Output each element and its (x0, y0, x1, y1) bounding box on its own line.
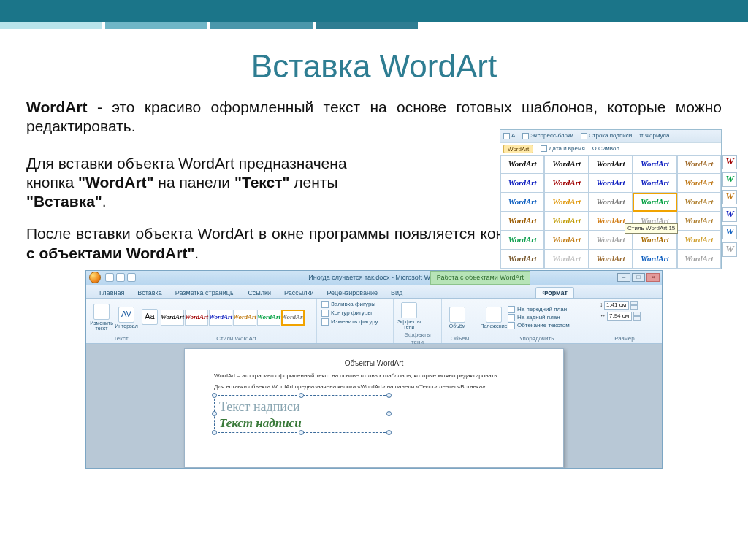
shadow-effects-button[interactable]: Эффекты тени (398, 301, 420, 331)
wordart-style-thumb[interactable]: WordArt (161, 310, 184, 326)
wordart-style-cell[interactable]: WordArt (500, 250, 544, 269)
qat-redo-icon[interactable] (127, 273, 136, 282)
wordart-style-cell[interactable]: WordArt (589, 174, 633, 193)
ribbon-tab[interactable]: Вставка (131, 287, 167, 298)
wordart-style-thumb[interactable]: WordArt (233, 310, 256, 326)
change-shape-button[interactable]: Изменить фигуру (321, 318, 378, 326)
slide-topbar (0, 0, 748, 22)
wordart-style-cell[interactable]: WordArt (633, 174, 676, 193)
w-glyph-icon: W (722, 207, 737, 222)
group-shape-label (321, 342, 389, 342)
maximize-button[interactable]: □ (632, 273, 645, 282)
wordart-style-cell[interactable]: WordArt (500, 174, 544, 193)
wordart-style-thumb[interactable]: WordArt (257, 310, 280, 326)
bring-front-button[interactable]: На передний план (508, 306, 570, 313)
group-styles-label: Стили WordArt (161, 334, 312, 342)
minimize-button[interactable]: – (617, 273, 630, 282)
group-arrange-label: Упорядочить (483, 334, 590, 342)
ribbon-tab[interactable]: Разметка страницы (169, 287, 241, 298)
insert-instruction: Для вставки объекта WordArt предназначен… (26, 154, 406, 212)
w-glyph-icon: W (722, 225, 737, 239)
wordart-style-thumb[interactable]: WordArt (209, 310, 232, 326)
ribbon-tab[interactable]: Рецензирование (321, 287, 383, 298)
wordart-style-cell[interactable]: WordArt (544, 212, 588, 231)
wordart-style-thumb[interactable]: WordArt (185, 310, 208, 326)
height-spinner[interactable]: ↕1,41 см (600, 301, 638, 310)
wordart-style-cell[interactable]: WordArt (500, 231, 544, 250)
3d-button[interactable]: Объём (446, 305, 468, 330)
wordart-style-thumb[interactable]: WordArt (281, 310, 305, 326)
group-text-label: Текст (91, 334, 151, 342)
wordart-styles-gallery[interactable]: WordArtWordArtWordArtWordArtWordArtWordA… (161, 310, 305, 326)
ribbon: Изменить текст AVИнтервал Aa Текст WordA… (86, 299, 662, 344)
titlebar: Иногда случается так.docx - Microsoft Wo… (86, 271, 662, 285)
wordart-style-cell[interactable]: WordArt (544, 231, 588, 250)
textbox-btn[interactable]: A (503, 132, 515, 139)
group-size-label: Размер (600, 334, 649, 342)
datetime-btn[interactable]: Дата и время (541, 145, 585, 153)
spacing-button[interactable]: AVИнтервал (115, 305, 137, 330)
wordart-style-cell[interactable]: WordArt (633, 155, 676, 174)
style-tooltip: Стиль WordArt 15 (625, 223, 678, 234)
wordart-style-cell[interactable]: WordArt (677, 155, 721, 174)
ribbon-tab[interactable]: Главная (94, 287, 130, 298)
wordart-style-cell[interactable]: WordArt (544, 155, 588, 174)
close-button[interactable]: × (646, 273, 660, 282)
wordart-style-cell[interactable]: WordArt (677, 231, 721, 250)
ribbon-tab[interactable]: Вид (385, 287, 408, 298)
wordart-style-cell[interactable]: WordArt (633, 193, 676, 212)
wordart-object[interactable]: Текст надписи Текст надписи (214, 395, 389, 433)
wordart-style-cell[interactable]: WordArt (677, 193, 721, 212)
wordart-style-cell[interactable]: WordArt (500, 212, 544, 231)
w-glyph-icon: W (722, 190, 737, 204)
formula-btn[interactable]: π Формула (639, 132, 669, 139)
contextual-title: Работа с объектами WordArt (430, 271, 530, 285)
document-area[interactable]: Объекты WordArt WordArt – это красиво оф… (86, 344, 662, 468)
wordart-gallery: A Экспресс-блоки Строка подписи π Формул… (500, 129, 722, 269)
page-p1: WordArt – это красиво оформленный текст … (214, 372, 534, 380)
wordart-style-cell[interactable]: WordArt (633, 250, 676, 269)
wordart-style-cell[interactable]: WordArt (677, 250, 721, 269)
wordart-style-cell[interactable]: WordArt (589, 193, 633, 212)
group-volume-label: Объём (446, 334, 473, 342)
qat-undo-icon[interactable] (116, 273, 125, 282)
send-back-button[interactable]: На задний план (508, 314, 570, 321)
page-p2: Для вставки объекта WordArt предназначен… (214, 383, 534, 391)
ribbon-tab-format[interactable]: Формат (535, 287, 574, 298)
slide-deco (0, 22, 418, 37)
wordart-style-cell[interactable]: WordArt (544, 174, 588, 193)
w-glyph-icon: W (722, 242, 737, 257)
ribbon-tabs: ГлавнаяВставкаРазметка страницыСсылкиРас… (86, 285, 662, 299)
text-wrap-button[interactable]: Обтекание текстом (508, 322, 570, 329)
wordart-style-cell[interactable]: WordArt (500, 193, 544, 212)
wordart-style-cell[interactable]: WordArt (589, 250, 633, 269)
word-window: Иногда случается так.docx - Microsoft Wo… (85, 270, 663, 469)
signature-line-btn[interactable]: Строка подписи (581, 132, 632, 139)
wordart-style-cell[interactable]: WordArt (544, 250, 588, 269)
page: Объекты WordArt WordArt – это красиво оф… (184, 348, 564, 468)
express-blocks-btn[interactable]: Экспресс-блоки (522, 132, 573, 139)
office-orb[interactable] (89, 272, 101, 283)
w-glyph-icon: W (722, 172, 737, 187)
page-heading: Объекты WordArt (214, 359, 534, 369)
wordart-style-cell[interactable]: WordArt (589, 155, 633, 174)
symbol-btn[interactable]: Ω Символ (592, 145, 619, 153)
ribbon-tab[interactable]: Рассылки (278, 287, 319, 298)
shape-fill-button[interactable]: Заливка фигуры (321, 301, 375, 308)
wordart-button[interactable]: WordArt (503, 145, 533, 153)
width-spinner[interactable]: ↔7,94 см (600, 312, 641, 321)
wordart-style-cell[interactable]: WordArt (677, 212, 721, 231)
ribbon-tab[interactable]: Ссылки (242, 287, 277, 298)
group-effects-label: Эффекты тени (398, 331, 437, 346)
edit-text-button[interactable]: Изменить текст (91, 302, 112, 333)
w-glyph-icon: W (722, 155, 737, 169)
shape-outline-button[interactable]: Контур фигуры (321, 310, 372, 317)
wordart-style-cell[interactable]: WordArt (677, 174, 721, 193)
wordart-style-cell[interactable]: WordArt (544, 193, 588, 212)
window-title: Иногда случается так.docx - Microsoft Wo… (308, 274, 439, 282)
page-title: Вставка WordArt (0, 48, 748, 85)
quick-access-toolbar[interactable] (105, 273, 136, 282)
position-button[interactable]: Положение (483, 305, 505, 330)
qat-save-icon[interactable] (105, 273, 114, 282)
wordart-style-cell[interactable]: WordArt (500, 155, 544, 174)
